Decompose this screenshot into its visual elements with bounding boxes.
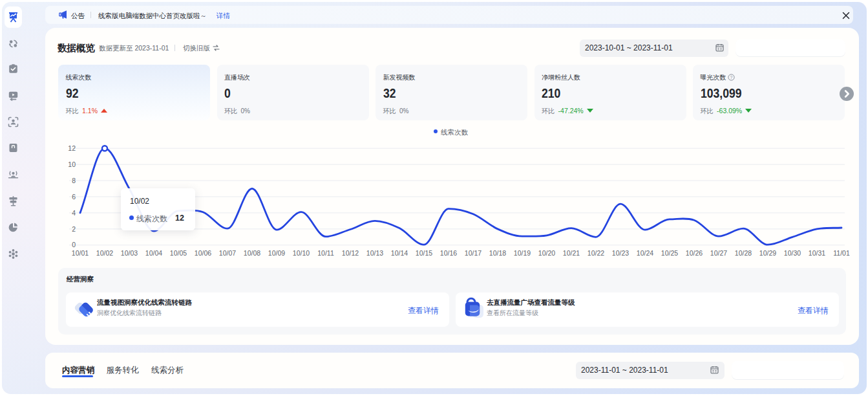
svg-text:11/01: 11/01 xyxy=(833,249,850,257)
svg-text:10/14: 10/14 xyxy=(391,249,408,257)
svg-text:10/15: 10/15 xyxy=(416,249,432,257)
svg-text:?: ? xyxy=(730,75,733,80)
svg-text:10/18: 10/18 xyxy=(489,249,506,257)
svg-text:10/21: 10/21 xyxy=(563,249,580,257)
svg-text:10/08: 10/08 xyxy=(244,249,260,257)
svg-text:10/09: 10/09 xyxy=(268,249,285,257)
svg-text:10/19: 10/19 xyxy=(514,249,531,257)
svg-text:10/05: 10/05 xyxy=(170,249,187,257)
svg-text:10/17: 10/17 xyxy=(465,249,482,257)
svg-text:10/25: 10/25 xyxy=(661,249,678,257)
svg-text:10/28: 10/28 xyxy=(735,249,752,257)
svg-text:10/16: 10/16 xyxy=(440,249,457,257)
svg-text:10/06: 10/06 xyxy=(195,249,211,257)
svg-text:10/03: 10/03 xyxy=(121,249,138,257)
svg-text:10/29: 10/29 xyxy=(759,249,776,257)
svg-text:0: 0 xyxy=(72,241,76,248)
svg-text:10/23: 10/23 xyxy=(612,249,629,257)
svg-text:10/26: 10/26 xyxy=(686,249,703,257)
svg-text:10/27: 10/27 xyxy=(710,249,727,257)
svg-text:4: 4 xyxy=(72,209,76,217)
svg-text:10/31: 10/31 xyxy=(809,249,825,257)
svg-text:10/20: 10/20 xyxy=(538,249,555,257)
svg-text:10/01: 10/01 xyxy=(72,249,89,257)
svg-text:10/13: 10/13 xyxy=(366,249,383,257)
svg-text:10/11: 10/11 xyxy=(317,249,334,257)
svg-text:6: 6 xyxy=(72,193,76,201)
svg-text:8: 8 xyxy=(72,177,76,184)
svg-text:10/07: 10/07 xyxy=(219,249,236,257)
svg-text:10/10: 10/10 xyxy=(293,249,310,257)
svg-text:10/24: 10/24 xyxy=(637,249,653,257)
svg-text:10/04: 10/04 xyxy=(145,249,162,257)
svg-text:10/02: 10/02 xyxy=(96,249,113,257)
svg-text:12: 12 xyxy=(68,144,76,152)
svg-text:10/12: 10/12 xyxy=(342,249,359,257)
svg-text:10/30: 10/30 xyxy=(784,249,801,257)
svg-text:2: 2 xyxy=(72,225,76,233)
svg-text:10/22: 10/22 xyxy=(587,249,604,257)
svg-text:10: 10 xyxy=(68,160,76,168)
